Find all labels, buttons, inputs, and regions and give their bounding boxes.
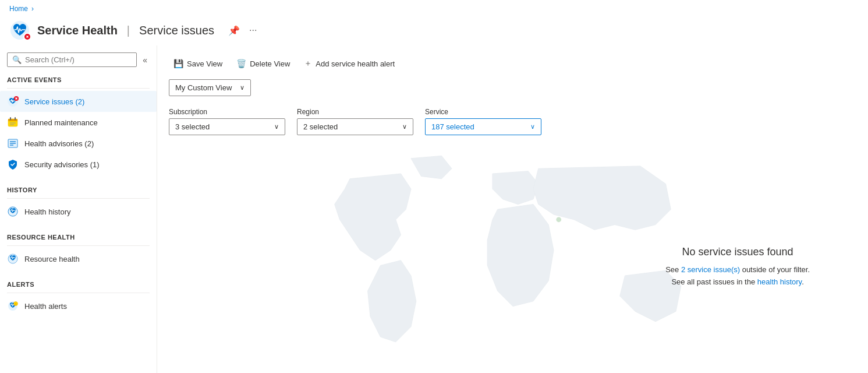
divider-history [7, 198, 150, 199]
region-filter-label: Region [297, 108, 413, 116]
divider-active-events [7, 88, 150, 89]
sidebar-item-resource-health[interactable]: Resource health [0, 248, 157, 269]
more-options-icon[interactable]: ··· [249, 25, 257, 36]
breadcrumb-home[interactable]: Home [9, 5, 28, 13]
health-history-icon [7, 206, 19, 217]
health-history-link[interactable]: health history [757, 277, 802, 286]
region-filter-dropdown[interactable]: 2 selected ∨ [297, 118, 413, 135]
subscription-filter-value: 3 selected [175, 122, 210, 131]
svg-rect-9 [8, 119, 17, 121]
see-issues-link[interactable]: 2 service issue(s) [681, 265, 740, 274]
svg-rect-10 [10, 117, 11, 120]
security-advisories-icon [7, 159, 19, 170]
section-active-events-label: ACTIVE EVENTS [0, 69, 157, 86]
sidebar-item-health-alerts[interactable]: ! Health alerts [0, 295, 157, 316]
region-filter-group: Region 2 selected ∨ [297, 108, 413, 135]
subscription-filter-group: Subscription 3 selected ∨ [169, 108, 285, 135]
title-divider: | [127, 24, 130, 37]
section-resource-health-label: RESOURCE HEALTH [0, 227, 157, 243]
subscription-filter-label: Subscription [169, 108, 285, 116]
divider-alerts [7, 293, 150, 293]
page-subtitle: Service issues [139, 24, 214, 37]
page-title: Service Health [37, 24, 118, 37]
error-icon [25, 34, 30, 39]
sidebar-item-service-issues[interactable]: Service issues (2) [0, 91, 157, 112]
service-filter-value: 187 selected [431, 122, 474, 131]
service-issues-icon [7, 96, 19, 107]
add-icon: ＋ [304, 58, 312, 69]
service-filter-label: Service [425, 108, 541, 116]
search-box[interactable]: 🔍 [7, 52, 137, 67]
main-layout: 🔍 « ACTIVE EVENTS Service issues (2) [0, 45, 868, 373]
delete-view-button[interactable]: 🗑️ Delete View [232, 55, 295, 72]
no-issues-line1-suffix: outside of your filter. [740, 265, 810, 274]
delete-icon: 🗑️ [236, 59, 246, 68]
empty-state: No service issues found See 2 service is… [665, 246, 810, 288]
sidebar-item-resource-health-label: Resource health [24, 255, 80, 263]
planned-maintenance-icon [7, 117, 19, 128]
pin-icon[interactable]: 📌 [228, 25, 240, 36]
sidebar-item-health-advisories-label: Health advisories (2) [24, 139, 94, 148]
no-issues-title: No service issues found [665, 246, 810, 258]
chevron-down-icon: ∨ [240, 84, 245, 92]
sidebar-item-security-advisories[interactable]: Security advisories (1) [0, 154, 157, 175]
header-icon [9, 20, 30, 41]
sidebar-item-health-history-label: Health history [24, 207, 70, 216]
page-header: Service Health | Service issues 📌 ··· [0, 17, 868, 45]
map-and-empty-state: No service issues found See 2 service is… [169, 147, 856, 364]
no-issues-line2-suffix: . [802, 277, 804, 286]
svg-point-23 [556, 217, 561, 222]
no-issues-description: See 2 service issue(s) outside of your f… [665, 264, 810, 288]
search-input[interactable] [25, 55, 132, 64]
subscription-chevron-icon: ∨ [274, 123, 279, 131]
section-history-label: HISTORY [0, 180, 157, 196]
no-issues-line1-prefix: See [665, 265, 681, 274]
header-badge [23, 33, 31, 41]
sidebar: 🔍 « ACTIVE EVENTS Service issues (2) [0, 45, 157, 373]
svg-rect-11 [15, 117, 16, 120]
save-view-button[interactable]: 💾 Save View [169, 55, 227, 72]
divider-resource-health [7, 245, 150, 246]
add-alert-label: Add service health alert [316, 59, 395, 68]
content-area: 💾 Save View 🗑️ Delete View ＋ Add service… [157, 45, 868, 373]
world-map-svg [309, 145, 717, 366]
sidebar-item-security-advisories-label: Security advisories (1) [24, 160, 100, 169]
health-advisories-icon [7, 138, 19, 149]
toolbar: 💾 Save View 🗑️ Delete View ＋ Add service… [169, 55, 856, 72]
filter-row: Subscription 3 selected ∨ Region 2 selec… [169, 108, 856, 135]
region-chevron-icon: ∨ [402, 123, 407, 131]
view-dropdown[interactable]: My Custom View ∨ [169, 79, 251, 96]
save-view-label: Save View [187, 59, 222, 68]
service-filter-group: Service 187 selected ∨ [425, 108, 541, 135]
service-chevron-icon: ∨ [530, 123, 535, 131]
service-filter-dropdown[interactable]: 187 selected ∨ [425, 118, 541, 135]
section-alerts-label: ALERTS [0, 274, 157, 290]
sidebar-item-planned-maintenance[interactable]: Planned maintenance [0, 112, 157, 133]
sidebar-item-health-history[interactable]: Health history [0, 201, 157, 222]
add-alert-button[interactable]: ＋ Add service health alert [299, 55, 399, 72]
collapse-sidebar-button[interactable]: « [140, 53, 150, 67]
no-issues-line2-prefix: See all past issues in the [671, 277, 757, 286]
view-dropdown-label: My Custom View [175, 83, 232, 92]
breadcrumb: Home › [0, 0, 868, 17]
save-icon: 💾 [173, 59, 183, 68]
health-alerts-icon: ! [7, 300, 19, 312]
search-icon: 🔍 [12, 55, 22, 64]
delete-view-label: Delete View [250, 59, 290, 68]
breadcrumb-separator: › [31, 5, 34, 13]
sidebar-item-service-issues-label: Service issues (2) [24, 97, 84, 106]
sidebar-item-health-advisories[interactable]: Health advisories (2) [0, 133, 157, 154]
sidebar-item-planned-maintenance-label: Planned maintenance [24, 118, 98, 127]
resource-health-icon [7, 253, 19, 265]
sidebar-item-health-alerts-label: Health alerts [24, 302, 67, 311]
subscription-filter-dropdown[interactable]: 3 selected ∨ [169, 118, 285, 135]
region-filter-value: 2 selected [303, 122, 338, 131]
